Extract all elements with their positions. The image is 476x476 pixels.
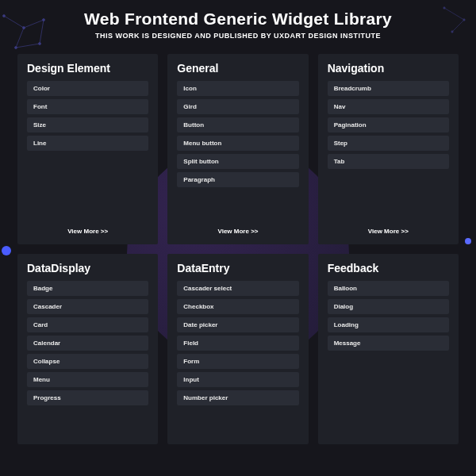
page-subtitle: THIS WORK IS DESIGNED AND PUBLISHED BY U… — [16, 32, 460, 40]
category-item[interactable]: Balloon — [328, 281, 449, 296]
category-item[interactable]: Progress — [27, 390, 148, 405]
category-items: IconGirdButtonMenu buttonSplit buttonPar… — [177, 81, 298, 221]
category-items: BreadcrumbNavPaginationStepTab — [328, 81, 449, 221]
category-item[interactable]: Split button — [177, 154, 298, 169]
category-item[interactable]: Icon — [177, 81, 298, 96]
category-title: DataDisplay — [27, 262, 148, 274]
category-card: GeneralIconGirdButtonMenu buttonSplit bu… — [167, 54, 308, 244]
category-card: Design ElementColorFontSizeLineView More… — [17, 54, 158, 244]
category-item[interactable]: Field — [177, 336, 298, 351]
category-item[interactable]: Calendar — [27, 336, 148, 351]
category-item[interactable]: Number picker — [177, 390, 298, 405]
category-item[interactable]: Button — [177, 117, 298, 132]
category-title: Design Element — [27, 62, 148, 75]
view-more-link[interactable]: View More >> — [27, 228, 148, 235]
category-items: BadgeCascaderCardCalendarCollapseMenuPro… — [27, 281, 148, 435]
category-title: DataEntry — [177, 262, 298, 274]
category-item[interactable]: Pagination — [328, 117, 449, 132]
category-card: DataDisplayBadgeCascaderCardCalendarColl… — [17, 254, 158, 444]
category-item[interactable]: Cascader — [27, 299, 148, 314]
category-items: BalloonDialogLoadingMessage — [328, 281, 449, 435]
category-item[interactable]: Dialog — [328, 299, 449, 314]
category-item[interactable]: Message — [328, 336, 449, 351]
category-item[interactable]: Tab — [328, 154, 449, 169]
category-item[interactable]: Nav — [328, 99, 449, 114]
category-item[interactable]: Font — [27, 99, 148, 114]
view-more-link[interactable]: View More >> — [328, 228, 449, 235]
category-title: Feedback — [328, 262, 449, 274]
category-item[interactable]: Color — [27, 81, 148, 96]
category-items: Cascader selectCheckboxDate pickerFieldF… — [177, 281, 298, 435]
category-item[interactable]: Date picker — [177, 317, 298, 332]
page-header: Web Frontend Generic Widget Library THIS… — [0, 0, 476, 48]
category-item[interactable]: Step — [328, 136, 449, 151]
category-card: FeedbackBalloonDialogLoadingMessage — [318, 254, 459, 444]
category-item[interactable]: Checkbox — [177, 299, 298, 314]
category-item[interactable]: Paragraph — [177, 172, 298, 187]
category-item[interactable]: Size — [27, 117, 148, 132]
category-title: Navigation — [328, 62, 449, 75]
category-item[interactable]: Form — [177, 354, 298, 369]
category-title: General — [177, 62, 298, 75]
category-items: ColorFontSizeLine — [27, 81, 148, 221]
view-more-link[interactable]: View More >> — [177, 228, 298, 235]
page-title: Web Frontend Generic Widget Library — [16, 10, 460, 29]
category-item[interactable]: Gird — [177, 99, 298, 114]
category-item[interactable]: Menu button — [177, 136, 298, 151]
category-item[interactable]: Breadcrumb — [328, 81, 449, 96]
category-card: DataEntryCascader selectCheckboxDate pic… — [167, 254, 308, 444]
category-grid: Design ElementColorFontSizeLineView More… — [0, 48, 476, 444]
category-item[interactable]: Menu — [27, 372, 148, 387]
category-item[interactable]: Line — [27, 136, 148, 151]
category-item[interactable]: Loading — [328, 317, 449, 332]
category-item[interactable]: Badge — [27, 281, 148, 296]
category-item[interactable]: Collapse — [27, 354, 148, 369]
category-item[interactable]: Cascader select — [177, 281, 298, 296]
category-item[interactable]: Input — [177, 372, 298, 387]
category-card: NavigationBreadcrumbNavPaginationStepTab… — [318, 54, 459, 244]
category-item[interactable]: Card — [27, 317, 148, 332]
